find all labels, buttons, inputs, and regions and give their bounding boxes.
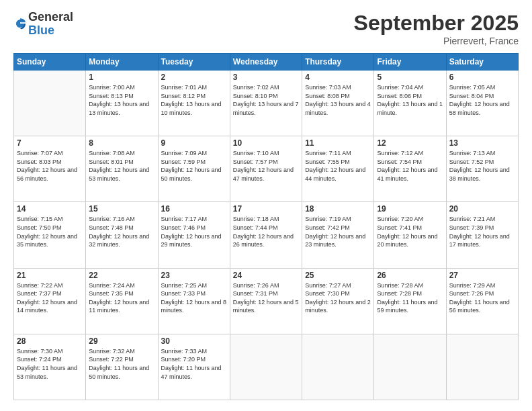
day-info: Sunrise: 7:30 AMSunset: 7:24 PMDaylight:… bbox=[17, 347, 83, 381]
day-number: 18 bbox=[305, 204, 371, 214]
calendar-cell: 30Sunrise: 7:33 AMSunset: 7:20 PMDayligh… bbox=[158, 334, 230, 400]
calendar-week-row: 14Sunrise: 7:15 AMSunset: 7:50 PMDayligh… bbox=[14, 202, 519, 268]
logo-blue: Blue bbox=[28, 24, 73, 38]
calendar-week-row: 1Sunrise: 7:00 AMSunset: 8:13 PMDaylight… bbox=[14, 71, 519, 136]
day-number: 12 bbox=[377, 138, 443, 148]
calendar-cell: 25Sunrise: 7:27 AMSunset: 7:30 PMDayligh… bbox=[302, 268, 374, 334]
calendar-cell: 9Sunrise: 7:09 AMSunset: 7:59 PMDaylight… bbox=[158, 136, 230, 202]
day-number: 21 bbox=[17, 271, 83, 280]
calendar-cell: 5Sunrise: 7:04 AMSunset: 8:06 PMDaylight… bbox=[374, 71, 446, 136]
calendar-week-row: 7Sunrise: 7:07 AMSunset: 8:03 PMDaylight… bbox=[14, 136, 519, 202]
month-title: September 2025 bbox=[354, 11, 519, 36]
day-number: 26 bbox=[377, 271, 443, 280]
day-number: 30 bbox=[161, 336, 227, 346]
calendar-cell: 29Sunrise: 7:32 AMSunset: 7:22 PMDayligh… bbox=[86, 334, 158, 400]
calendar-cell: 7Sunrise: 7:07 AMSunset: 8:03 PMDaylight… bbox=[14, 136, 86, 202]
day-info: Sunrise: 7:29 AMSunset: 7:26 PMDaylight:… bbox=[449, 281, 515, 315]
calendar-cell bbox=[446, 334, 518, 400]
day-info: Sunrise: 7:01 AMSunset: 8:12 PMDaylight:… bbox=[161, 83, 227, 117]
location: Pierrevert, France bbox=[354, 36, 519, 46]
day-info: Sunrise: 7:09 AMSunset: 7:59 PMDaylight:… bbox=[161, 149, 227, 183]
calendar-cell: 8Sunrise: 7:08 AMSunset: 8:01 PMDaylight… bbox=[86, 136, 158, 202]
day-number: 24 bbox=[233, 271, 299, 280]
day-number: 25 bbox=[305, 271, 371, 280]
calendar-cell: 10Sunrise: 7:10 AMSunset: 7:57 PMDayligh… bbox=[230, 136, 302, 202]
calendar-cell: 14Sunrise: 7:15 AMSunset: 7:50 PMDayligh… bbox=[14, 202, 86, 268]
day-info: Sunrise: 7:18 AMSunset: 7:44 PMDaylight:… bbox=[233, 215, 299, 248]
logo-text: General Blue bbox=[28, 11, 73, 38]
day-info: Sunrise: 7:02 AMSunset: 8:10 PMDaylight:… bbox=[233, 83, 299, 117]
calendar-cell: 15Sunrise: 7:16 AMSunset: 7:48 PMDayligh… bbox=[86, 202, 158, 268]
weekday-header: Monday bbox=[86, 54, 158, 71]
day-info: Sunrise: 7:12 AMSunset: 7:54 PMDaylight:… bbox=[377, 149, 443, 183]
calendar-cell: 24Sunrise: 7:26 AMSunset: 7:31 PMDayligh… bbox=[230, 268, 302, 334]
calendar-cell: 13Sunrise: 7:13 AMSunset: 7:52 PMDayligh… bbox=[446, 136, 518, 202]
calendar-cell: 18Sunrise: 7:19 AMSunset: 7:42 PMDayligh… bbox=[302, 202, 374, 268]
header: General Blue September 2025 Pierrevert, … bbox=[13, 11, 519, 46]
day-info: Sunrise: 7:11 AMSunset: 7:55 PMDaylight:… bbox=[305, 149, 371, 183]
day-info: Sunrise: 7:33 AMSunset: 7:20 PMDaylight:… bbox=[161, 347, 227, 381]
calendar-cell: 2Sunrise: 7:01 AMSunset: 8:12 PMDaylight… bbox=[158, 71, 230, 136]
calendar-cell: 27Sunrise: 7:29 AMSunset: 7:26 PMDayligh… bbox=[446, 268, 518, 334]
day-number: 8 bbox=[89, 138, 154, 148]
day-number: 29 bbox=[89, 336, 154, 346]
day-info: Sunrise: 7:00 AMSunset: 8:13 PMDaylight:… bbox=[89, 83, 154, 117]
day-info: Sunrise: 7:20 AMSunset: 7:41 PMDaylight:… bbox=[377, 215, 443, 248]
day-info: Sunrise: 7:17 AMSunset: 7:46 PMDaylight:… bbox=[161, 215, 227, 248]
calendar-cell: 19Sunrise: 7:20 AMSunset: 7:41 PMDayligh… bbox=[374, 202, 446, 268]
day-number: 28 bbox=[17, 336, 83, 346]
calendar-cell: 28Sunrise: 7:30 AMSunset: 7:24 PMDayligh… bbox=[14, 334, 86, 400]
calendar-cell: 23Sunrise: 7:25 AMSunset: 7:33 PMDayligh… bbox=[158, 268, 230, 334]
day-info: Sunrise: 7:07 AMSunset: 8:03 PMDaylight:… bbox=[17, 149, 83, 183]
day-number: 2 bbox=[161, 73, 227, 82]
calendar-cell bbox=[14, 71, 86, 136]
calendar-cell: 21Sunrise: 7:22 AMSunset: 7:37 PMDayligh… bbox=[14, 268, 86, 334]
calendar-week-row: 28Sunrise: 7:30 AMSunset: 7:24 PMDayligh… bbox=[14, 334, 519, 400]
day-number: 22 bbox=[89, 271, 154, 280]
calendar: SundayMondayTuesdayWednesdayThursdayFrid… bbox=[13, 53, 519, 400]
day-number: 14 bbox=[17, 204, 83, 214]
day-info: Sunrise: 7:32 AMSunset: 7:22 PMDaylight:… bbox=[89, 347, 154, 381]
day-number: 27 bbox=[449, 271, 515, 280]
day-info: Sunrise: 7:04 AMSunset: 8:06 PMDaylight:… bbox=[377, 83, 443, 117]
calendar-cell: 4Sunrise: 7:03 AMSunset: 8:08 PMDaylight… bbox=[302, 71, 374, 136]
day-info: Sunrise: 7:25 AMSunset: 7:33 PMDaylight:… bbox=[161, 281, 227, 315]
weekday-header: Saturday bbox=[446, 54, 518, 71]
weekday-header: Sunday bbox=[14, 54, 86, 71]
weekday-header: Thursday bbox=[302, 54, 374, 71]
day-info: Sunrise: 7:26 AMSunset: 7:31 PMDaylight:… bbox=[233, 281, 299, 315]
day-info: Sunrise: 7:15 AMSunset: 7:50 PMDaylight:… bbox=[17, 215, 83, 248]
weekday-header-row: SundayMondayTuesdayWednesdayThursdayFrid… bbox=[14, 54, 519, 71]
calendar-cell: 17Sunrise: 7:18 AMSunset: 7:44 PMDayligh… bbox=[230, 202, 302, 268]
calendar-cell: 6Sunrise: 7:05 AMSunset: 8:04 PMDaylight… bbox=[446, 71, 518, 136]
day-number: 16 bbox=[161, 204, 227, 214]
calendar-cell: 22Sunrise: 7:24 AMSunset: 7:35 PMDayligh… bbox=[86, 268, 158, 334]
calendar-cell: 16Sunrise: 7:17 AMSunset: 7:46 PMDayligh… bbox=[158, 202, 230, 268]
day-info: Sunrise: 7:13 AMSunset: 7:52 PMDaylight:… bbox=[449, 149, 515, 183]
day-number: 15 bbox=[89, 204, 154, 214]
page: General Blue September 2025 Pierrevert, … bbox=[0, 0, 532, 411]
calendar-week-row: 21Sunrise: 7:22 AMSunset: 7:37 PMDayligh… bbox=[14, 268, 519, 334]
day-info: Sunrise: 7:28 AMSunset: 7:28 PMDaylight:… bbox=[377, 281, 443, 315]
calendar-cell: 11Sunrise: 7:11 AMSunset: 7:55 PMDayligh… bbox=[302, 136, 374, 202]
day-info: Sunrise: 7:21 AMSunset: 7:39 PMDaylight:… bbox=[449, 215, 515, 248]
day-number: 5 bbox=[377, 73, 443, 82]
day-info: Sunrise: 7:24 AMSunset: 7:35 PMDaylight:… bbox=[89, 281, 154, 315]
calendar-cell: 20Sunrise: 7:21 AMSunset: 7:39 PMDayligh… bbox=[446, 202, 518, 268]
day-number: 17 bbox=[233, 204, 299, 214]
day-number: 23 bbox=[161, 271, 227, 280]
day-info: Sunrise: 7:05 AMSunset: 8:04 PMDaylight:… bbox=[449, 83, 515, 117]
day-number: 19 bbox=[377, 204, 443, 214]
day-number: 6 bbox=[449, 73, 515, 82]
calendar-cell: 3Sunrise: 7:02 AMSunset: 8:10 PMDaylight… bbox=[230, 71, 302, 136]
day-info: Sunrise: 7:22 AMSunset: 7:37 PMDaylight:… bbox=[17, 281, 83, 315]
calendar-cell bbox=[230, 334, 302, 400]
day-number: 3 bbox=[233, 73, 299, 82]
weekday-header: Wednesday bbox=[230, 54, 302, 71]
weekday-header: Friday bbox=[374, 54, 446, 71]
day-info: Sunrise: 7:16 AMSunset: 7:48 PMDaylight:… bbox=[89, 215, 154, 248]
day-number: 7 bbox=[17, 138, 83, 148]
day-number: 11 bbox=[305, 138, 371, 148]
day-info: Sunrise: 7:19 AMSunset: 7:42 PMDaylight:… bbox=[305, 215, 371, 248]
day-number: 20 bbox=[449, 204, 515, 214]
